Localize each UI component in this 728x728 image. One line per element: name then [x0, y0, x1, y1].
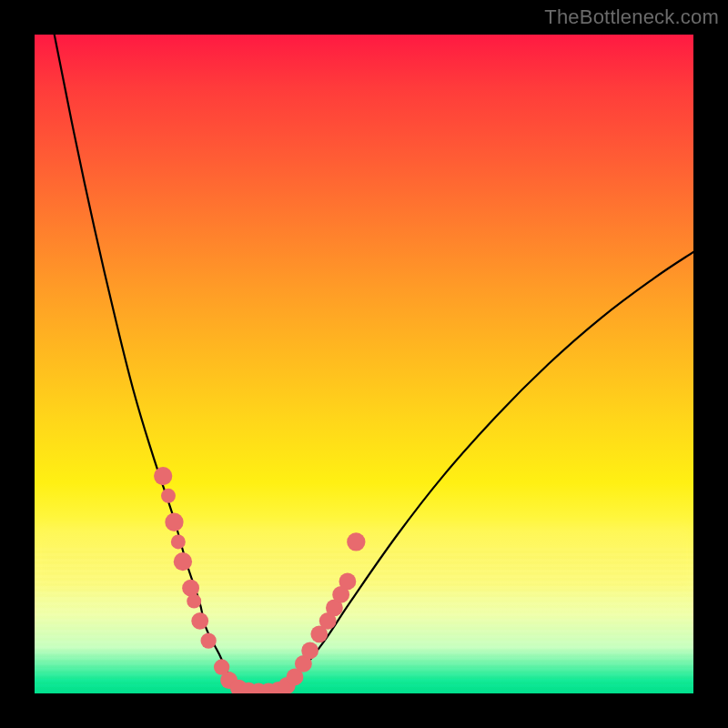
- curve-marker: [161, 489, 176, 503]
- plot-frame: [35, 35, 693, 693]
- chart-svg: [35, 35, 693, 693]
- curve-marker: [174, 552, 192, 571]
- curve-marker: [339, 573, 356, 591]
- curve-marker: [165, 513, 183, 531]
- curve-marker: [200, 632, 216, 648]
- watermark-text: TheBottleneck.com: [544, 5, 719, 29]
- curve-marker: [171, 535, 186, 550]
- curve-marker: [182, 580, 199, 597]
- bottleneck-curve: [55, 35, 693, 693]
- curve-marker: [347, 532, 365, 551]
- curve-marker: [191, 612, 208, 630]
- curve-markers: [154, 467, 365, 693]
- curve-marker: [154, 467, 172, 485]
- curve-marker: [301, 642, 318, 660]
- curve-marker: [187, 594, 201, 609]
